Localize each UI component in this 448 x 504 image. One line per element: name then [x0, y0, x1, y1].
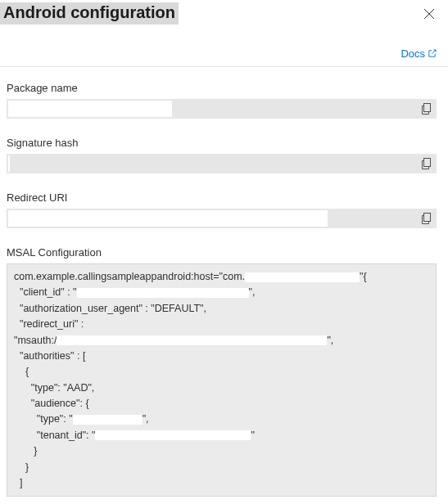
- copy-signature-hash-button[interactable]: [415, 154, 437, 173]
- copy-icon: [421, 213, 432, 224]
- docs-link[interactable]: Docs: [400, 47, 437, 60]
- svg-rect-0: [423, 104, 430, 112]
- copy-package-name-button[interactable]: [415, 99, 437, 119]
- copy-icon: [421, 103, 432, 115]
- docs-link-label: Docs: [400, 47, 425, 60]
- package-name-label: Package name: [7, 82, 437, 94]
- redirect-uri-value: [8, 210, 328, 227]
- code-text: {: [14, 364, 429, 380]
- redacted-value: [95, 430, 251, 440]
- code-text: com.example.callingsampleappandroid:host…: [14, 271, 245, 282]
- code-text: "msauth:/: [14, 335, 57, 346]
- redacted-value: [245, 272, 360, 282]
- code-text: "client_id" : ": [14, 286, 77, 298]
- close-icon: [423, 8, 435, 20]
- code-text: "tenant_id": ": [14, 430, 95, 441]
- code-text: ": [251, 430, 254, 441]
- redacted-value: [77, 288, 249, 298]
- signature-hash-label: Signature hash: [7, 137, 437, 149]
- msal-config-code[interactable]: com.example.callingsampleappandroid:host…: [7, 263, 437, 497]
- code-text: "{: [360, 271, 367, 282]
- redirect-uri-label: Redirect URI: [7, 191, 437, 204]
- svg-rect-2: [423, 214, 430, 222]
- code-text: ",: [327, 335, 333, 346]
- package-name-value: [8, 101, 172, 117]
- code-text: ",: [249, 286, 256, 298]
- redirect-uri-input[interactable]: [7, 209, 437, 228]
- signature-hash-input[interactable]: [7, 154, 437, 173]
- code-text: "audience": {: [14, 396, 429, 412]
- code-text: ",: [143, 413, 149, 425]
- code-text: "type": ": [14, 413, 73, 425]
- copy-icon: [421, 158, 432, 169]
- close-button[interactable]: [420, 5, 438, 23]
- code-text: "redirect_uri" :: [14, 317, 429, 332]
- external-link-icon: [428, 49, 437, 58]
- code-text: "authorities" : [: [14, 349, 429, 364]
- package-name-input[interactable]: [7, 99, 437, 119]
- code-text: }: [14, 460, 429, 475]
- svg-rect-1: [423, 159, 430, 167]
- code-text: }: [14, 443, 429, 459]
- code-text: "authorization_user_agent" : "DEFAULT",: [14, 301, 429, 317]
- page-title: Android configuration: [0, 2, 179, 25]
- msal-config-label: MSAL Configuration: [7, 246, 437, 259]
- copy-redirect-uri-button[interactable]: [415, 209, 437, 228]
- code-text: ]: [14, 475, 429, 491]
- divider: [0, 66, 448, 67]
- redacted-value: [73, 415, 143, 425]
- redacted-value: [57, 335, 327, 345]
- code-text: "type": "AAD",: [14, 380, 429, 396]
